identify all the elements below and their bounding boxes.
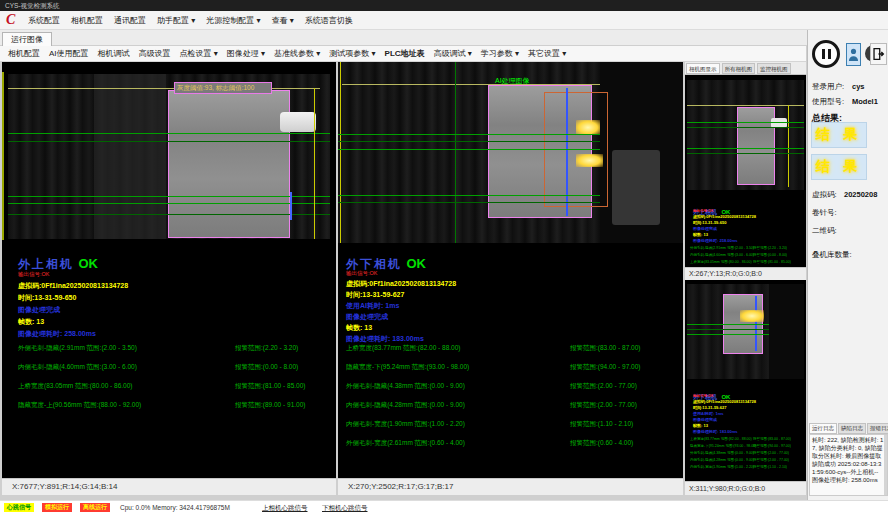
window-titlebar: CYS-视觉检测系统 — [0, 0, 888, 11]
overlay-green-line — [338, 141, 600, 142]
menu-item[interactable]: 相机配置 — [71, 15, 103, 26]
measurement-alarm: 报警范围:(1.10 - 2.10) — [570, 420, 633, 429]
toolbar-item[interactable]: 学习参数 ▾ — [481, 48, 519, 59]
overlay-green-line — [8, 214, 330, 215]
menu-item[interactable]: 查看 ▾ — [272, 15, 294, 26]
weld-highlight — [576, 154, 603, 167]
barcode-mini: 虚拟码:0Ff1ina2025020813134728 — [693, 399, 756, 404]
view-tab-strip: 运行图像 — [0, 30, 888, 46]
menu-item[interactable]: 助手配置 ▾ — [157, 15, 195, 26]
overlay-yellow-hline — [687, 105, 804, 106]
stock-count-label: 叠机库数量: — [812, 250, 852, 260]
overlay-green-line — [338, 149, 600, 150]
measurement-mini: 报警范围:(83.00 - 87.00) — [753, 437, 791, 441]
process-done-line: 图像处理完成 — [346, 312, 388, 322]
offline-indicator: 离线运行 — [80, 503, 110, 512]
pause-button[interactable] — [812, 40, 840, 68]
measurement-value: 内侧毛刺-隐藏(4.60mm 范围:(3.00 - 6.00) — [18, 363, 137, 372]
toolbar-item-plc[interactable]: PLC地址表 — [385, 48, 425, 59]
overlay-yellow-vline — [340, 62, 341, 243]
measurement-alarm: 报警范围:(94.00 - 97.00) — [570, 363, 640, 372]
overlay-yellow-vline — [314, 88, 315, 239]
time-mini: 时间:13-31-59-650 — [693, 220, 726, 225]
log-tab[interactable]: 运行日志 — [809, 423, 837, 434]
frames-line: 帧数: 13 — [18, 317, 44, 327]
measurement-value: 上桥宽度(83.77mm 范围:(82.00 - 88.00) — [346, 344, 461, 353]
image-structure — [612, 150, 660, 225]
output-signal: 输出信号:OK — [346, 270, 377, 277]
measurement-value: 外侧毛刺-隐藏(2.91mm 范围:(2.00 - 3.50) — [18, 344, 137, 353]
measurement-alarm: 报警范围:(2.00 - 77.00) — [570, 382, 637, 391]
virtual-code-value: 20250208 — [844, 190, 877, 199]
toolbar-item[interactable]: AI使用配置 — [49, 48, 89, 59]
overlay-green-line — [8, 203, 330, 204]
frames-mini: 帧数: 13 — [693, 232, 708, 237]
camera-view-upper[interactable]: 灰度阈值:93, 标志阈值:100 外上相机 OK 输出信号:OK 虚拟码:0F… — [2, 62, 336, 495]
user-icon — [848, 47, 859, 62]
overlay-green-line — [687, 329, 769, 330]
overlay-green-line — [338, 134, 600, 135]
toolbar-item[interactable]: 图像处理 ▾ — [227, 48, 265, 59]
process-time-line: 图像处理耗时: 258.00ms — [18, 329, 96, 339]
measurement-mini: 报警范围:(1.10 - 2.10) — [753, 465, 787, 469]
thumb-tab-strip: 相机图显示 所有相机图 监控相机图 — [685, 62, 806, 75]
toolbar-item[interactable]: 基准线参数 ▾ — [274, 48, 320, 59]
log-tab[interactable]: 报错日志 — [867, 423, 888, 434]
menu-item[interactable]: 通讯配置 — [114, 15, 146, 26]
menu-item[interactable]: 系统语言切换 — [305, 15, 353, 26]
log-area: 耗时: 222, 缺陷检测耗时: 17, 缺陷分类耗时: 0, 缺陷提取分区耗时… — [809, 434, 888, 496]
needle-number-label: 卷针号: — [812, 208, 837, 218]
measurement-value: 内侧毛刺-隐藏(4.28mm 范围:(0.00 - 9.00) — [346, 401, 465, 410]
user-switch-button[interactable] — [846, 43, 861, 66]
log-scrollbar[interactable] — [884, 435, 887, 495]
ai-mini: 使用AI耗时: 1ms — [693, 411, 723, 416]
overlay-green-line — [687, 153, 804, 154]
thumb-tab[interactable]: 相机图显示 — [686, 63, 720, 74]
measurement-mini: 报警范围:(2.00 - 77.00) — [753, 451, 789, 455]
toolbar-item[interactable]: 高级设置 — [139, 48, 171, 59]
image-dark-region — [769, 284, 804, 379]
electrode-region — [168, 90, 290, 238]
measurement-mini: 上桥宽度(83.77mm 范围:(82.00 - 88.00) — [690, 437, 752, 441]
measurement-alarm: 报警范围:(2.00 - 77.00) — [570, 401, 637, 410]
process-time-line: 图像处理耗时: 183.00ms — [346, 334, 424, 344]
measurement-mini: 隐藏宽度-下(95.24mm 范围:(93.00 - 98.00) — [690, 444, 756, 448]
done-mini: 图像处理完成 — [693, 226, 717, 231]
thumb-tab[interactable]: 所有相机图 — [722, 63, 756, 74]
output-signal-mini: 输出信号:OK — [693, 209, 713, 213]
camera-view-lower[interactable]: AI处理图像 外下相机 OK 输出信号:OK 虚拟码:0Ff1ina202502… — [338, 62, 683, 495]
toolbar-item[interactable]: 高级调试 ▾ — [434, 48, 472, 59]
toolbar-item[interactable]: 测试项参数 ▾ — [329, 48, 375, 59]
time-line: 时间:13-31-59-627 — [346, 290, 404, 300]
coords-thumb-upper: X:267;Y:13;R:0;G:0;B:0 — [685, 267, 806, 280]
overlay-green-line — [687, 324, 769, 325]
overlay-green-line — [687, 127, 804, 128]
overlay-green-line — [687, 122, 804, 123]
thumb-tab[interactable]: 监控相机图 — [757, 63, 791, 74]
menu-item[interactable]: 光源控制配置 ▾ — [206, 15, 260, 26]
weld-highlight — [740, 310, 764, 322]
overlay-green-line — [8, 133, 330, 134]
weld-highlight — [576, 120, 600, 135]
right-control-panel: 登录用户: cys 使用型号: Model1 总结果: 结 果 结 果 虚拟码:… — [807, 30, 888, 508]
toolbar-item[interactable]: 相机调试 — [98, 48, 130, 59]
toolbar-item[interactable]: 点检设置 ▾ — [180, 48, 218, 59]
log-text: 耗时: 222, 缺陷检测耗时: 17, 缺陷分类耗时: 0, 缺陷提取分区耗时… — [812, 436, 884, 484]
threshold-overlay-label: 灰度阈值:93, 标志阈值:100 — [174, 82, 272, 94]
measurement-alarm: 报警范围:(89.00 - 91.00) — [235, 401, 305, 410]
measurement-value: 隐藏宽度-下(95.24mm 范围:(93.00 - 98.00) — [346, 363, 469, 372]
measurement-mini: 外侧毛刺-隐藏(4.38mm 范围:(0.00 - 9.00) — [690, 451, 754, 455]
heartbeat-indicator: 心跳信号 — [4, 503, 34, 512]
exit-button[interactable] — [870, 43, 887, 65]
menu-item[interactable]: 系统配置 — [28, 15, 60, 26]
done-mini: 图像处理完成 — [693, 417, 717, 422]
simulation-indicator: 模拟运行 — [42, 503, 72, 512]
log-tab[interactable]: 缺陷日志 — [838, 423, 866, 434]
tab-run-image[interactable]: 运行图像 — [2, 32, 52, 46]
toolbar-item[interactable]: 相机配置 — [8, 48, 40, 59]
barcode-mini: 虚拟码:0Ff1ina2025020813134728 — [693, 214, 756, 219]
measurement-value: 内侧毛刺-宽度(1.90mm 范围:(1.00 - 2.20) — [346, 420, 465, 429]
measurement-value: 外侧毛刺-隐藏(4.38mm 范围:(0.00 - 9.00) — [346, 382, 465, 391]
toolbar-item[interactable]: 其它设置 ▾ — [528, 48, 566, 59]
overlay-blue-mark — [290, 192, 292, 220]
